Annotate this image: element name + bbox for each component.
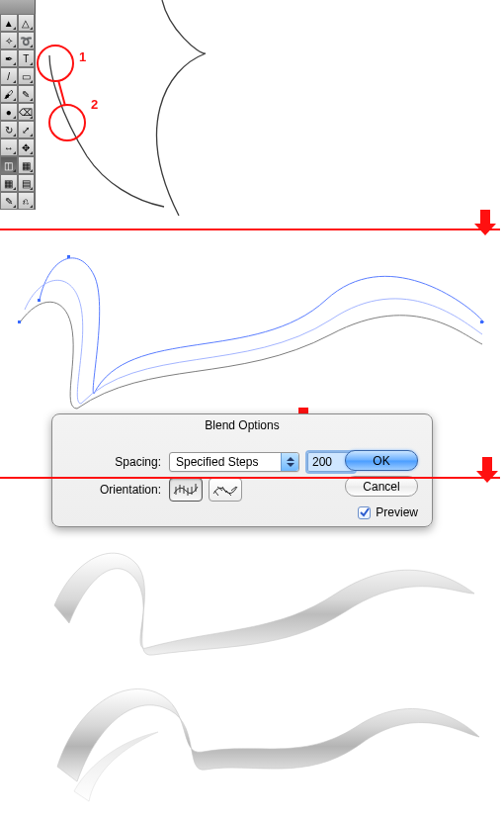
illustrator-toolbox: ▲△✧➰✒T/▭🖌✎●⌫↻⤢↔✥◫▦▦▤✎⎌	[0, 14, 36, 210]
marker-text-1: 1	[79, 49, 86, 64]
marker-text-2: 2	[91, 97, 98, 112]
marker-circle-2	[49, 105, 85, 140]
spacing-dropdown-value: Specified Steps	[176, 455, 258, 469]
blob-brush-tool[interactable]: ●	[0, 103, 18, 121]
perspective-grid-tool[interactable]: ▦	[18, 156, 36, 174]
mesh-tool[interactable]: ▦	[0, 174, 18, 192]
type-tool[interactable]: T	[18, 49, 36, 67]
down-arrow-3	[476, 457, 498, 483]
shape-builder-tool[interactable]: ◫	[0, 156, 18, 174]
artwork-panel-1: 1 2	[36, 0, 504, 229]
magic-wand-tool[interactable]: ✧	[0, 32, 18, 49]
pencil-tool[interactable]: ✎	[18, 85, 36, 103]
dropdown-caps-icon	[281, 453, 298, 471]
width-tool[interactable]: ↔	[0, 138, 18, 156]
eyedropper-tool[interactable]: ✎	[0, 192, 18, 210]
svg-line-8	[222, 487, 226, 493]
rotate-tool[interactable]: ↻	[0, 121, 18, 138]
dialog-title: Blend Options	[52, 418, 432, 432]
blend-result-2	[20, 673, 494, 816]
gradient-tool[interactable]: ▤	[18, 174, 36, 192]
orientation-label: Orientation:	[52, 483, 161, 497]
preview-checkbox[interactable]	[358, 506, 371, 519]
cancel-button[interactable]: Cancel	[345, 476, 418, 497]
orientation-path-icon	[212, 483, 238, 497]
separator-1	[0, 229, 500, 230]
preview-row[interactable]: Preview	[358, 505, 418, 519]
check-icon	[360, 507, 370, 517]
direct-selection-tool[interactable]: △	[18, 14, 36, 32]
blend-options-dialog: Blend Options Spacing: Specified Steps O…	[51, 413, 433, 527]
blend-result-1	[20, 534, 494, 658]
rectangle-tool[interactable]: ▭	[18, 67, 36, 85]
blend-source-paths	[0, 245, 504, 413]
svg-line-6	[214, 491, 218, 496]
spine-path-1	[40, 258, 484, 394]
separator-2	[0, 477, 500, 479]
spacing-dropdown[interactable]: Specified Steps	[169, 452, 299, 472]
blend-tool[interactable]: ⎌	[18, 192, 36, 210]
scale-tool[interactable]: ⤢	[18, 121, 36, 138]
preview-label: Preview	[376, 505, 418, 519]
spine-path-3	[20, 302, 482, 409]
lasso-tool[interactable]: ➰	[18, 32, 36, 49]
pen-tool[interactable]: ✒	[0, 49, 18, 67]
orientation-align-path-button[interactable]	[209, 478, 242, 502]
anchor-pt	[480, 320, 483, 323]
orientation-align-page-button[interactable]	[169, 478, 203, 502]
anchor-pt	[18, 320, 21, 323]
orientation-page-icon	[173, 483, 199, 497]
paintbrush-tool[interactable]: 🖌	[0, 85, 18, 103]
eraser-tool[interactable]: ⌫	[18, 103, 36, 121]
marker-circle-1	[38, 46, 73, 81]
free-transform-tool[interactable]: ✥	[18, 138, 36, 156]
selection-tool[interactable]: ▲	[0, 14, 18, 32]
spacing-label: Spacing:	[52, 455, 161, 469]
ok-button[interactable]: OK	[345, 450, 418, 471]
sample-path-upper	[157, 0, 206, 216]
down-arrow-1	[474, 210, 496, 235]
line-segment-tool[interactable]: /	[0, 67, 18, 85]
ribbon-shape-2a	[57, 689, 479, 781]
ribbon-shape-1	[54, 553, 474, 655]
toolbox-header[interactable]	[0, 0, 36, 14]
